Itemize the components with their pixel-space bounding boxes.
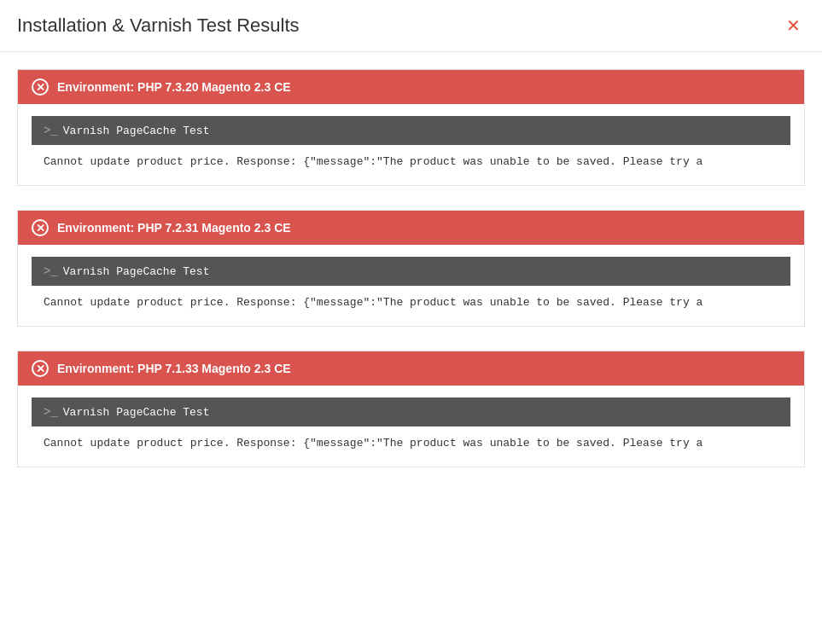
env-label-2: Environment: PHP 7.2.31 Magento 2.3 CE [57, 221, 291, 235]
test-label-3: Varnish PageCache Test [63, 406, 210, 419]
test-label-1: Varnish PageCache Test [63, 125, 210, 137]
close-button[interactable]: ✕ [781, 14, 805, 38]
error-icon-3: ✕ [32, 360, 49, 377]
test-output-2[interactable]: Cannot update product price. Response: {… [32, 286, 790, 314]
error-icon-2: ✕ [32, 219, 49, 236]
test-label-2: Varnish PageCache Test [63, 265, 210, 278]
env-header-1: ✕ Environment: PHP 7.3.20 Magento 2.3 CE [18, 70, 804, 104]
modal-body: ✕ Environment: PHP 7.3.20 Magento 2.3 CE… [0, 52, 822, 644]
env-block-1: ✕ Environment: PHP 7.3.20 Magento 2.3 CE… [17, 69, 805, 186]
terminal-prompt-2: >_ [44, 264, 58, 278]
env-body-1: >_ Varnish PageCache Test Cannot update … [18, 104, 804, 185]
test-output-3[interactable]: Cannot update product price. Response: {… [32, 426, 790, 455]
env-body-3: >_ Varnish PageCache Test Cannot update … [18, 386, 804, 467]
modal-title: Installation & Varnish Test Results [17, 15, 300, 37]
env-label-3: Environment: PHP 7.1.33 Magento 2.3 CE [57, 362, 291, 375]
env-body-2: >_ Varnish PageCache Test Cannot update … [18, 245, 804, 326]
env-header-2: ✕ Environment: PHP 7.2.31 Magento 2.3 CE [18, 211, 804, 245]
env-block-3: ✕ Environment: PHP 7.1.33 Magento 2.3 CE… [17, 351, 805, 467]
test-header-1: >_ Varnish PageCache Test [32, 116, 790, 145]
terminal-prompt-1: >_ [44, 124, 58, 137]
test-header-2: >_ Varnish PageCache Test [32, 257, 790, 286]
env-header-3: ✕ Environment: PHP 7.1.33 Magento 2.3 CE [18, 351, 804, 386]
env-block-2: ✕ Environment: PHP 7.2.31 Magento 2.3 CE… [17, 210, 805, 327]
test-header-3: >_ Varnish PageCache Test [32, 397, 790, 426]
modal-header: Installation & Varnish Test Results ✕ [0, 0, 822, 52]
modal: Installation & Varnish Test Results ✕ ✕ … [0, 0, 822, 644]
terminal-prompt-3: >_ [44, 405, 58, 419]
error-icon-1: ✕ [32, 78, 49, 96]
test-output-1[interactable]: Cannot update product price. Response: {… [32, 145, 790, 173]
env-label-1: Environment: PHP 7.3.20 Magento 2.3 CE [57, 80, 291, 94]
